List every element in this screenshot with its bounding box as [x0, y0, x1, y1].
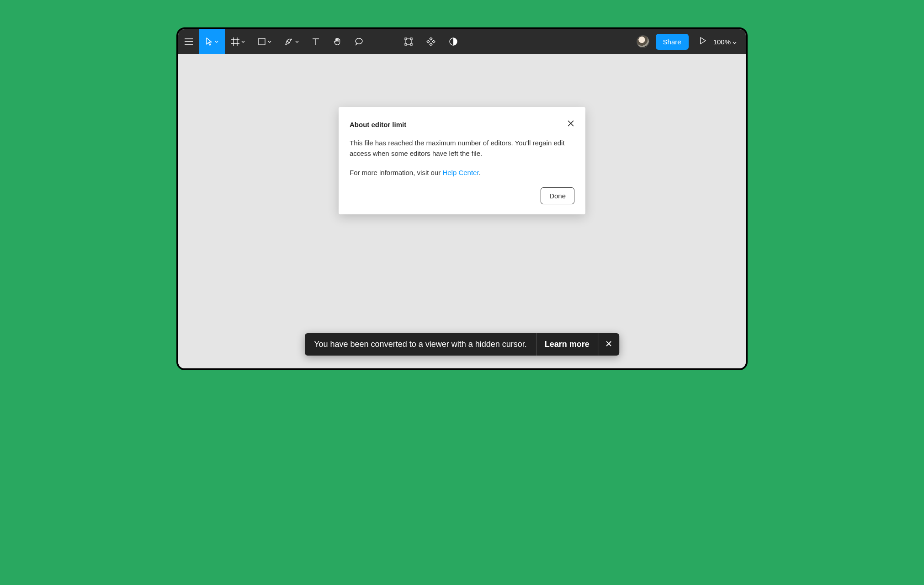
- comment-tool-button[interactable]: [348, 29, 370, 54]
- editor-limit-modal: About editor limit This file has reached…: [339, 107, 585, 214]
- svg-rect-5: [405, 43, 407, 45]
- hamburger-icon: [185, 38, 193, 45]
- chevron-down-icon: [268, 41, 271, 43]
- toast: You have been converted to a viewer with…: [305, 333, 619, 356]
- hand-icon: [333, 37, 342, 46]
- pen-icon: [284, 37, 293, 46]
- modal-more-info-suffix: .: [479, 169, 481, 176]
- modal-more-info-prefix: For more information, visit our: [350, 169, 442, 176]
- edit-object-icon: [404, 37, 413, 46]
- chevron-down-icon: [733, 38, 737, 46]
- text-icon: [312, 37, 320, 46]
- zoom-dropdown[interactable]: 100%: [712, 38, 742, 46]
- svg-rect-4: [410, 38, 412, 40]
- half-circle-icon: [449, 37, 458, 46]
- component-tool-button[interactable]: [420, 29, 442, 54]
- zoom-label: 100%: [713, 38, 731, 46]
- modal-title: About editor limit: [350, 121, 406, 128]
- move-tool-button[interactable]: [199, 29, 225, 54]
- modal-close-button[interactable]: [567, 120, 574, 129]
- svg-rect-0: [259, 38, 265, 45]
- rectangle-icon: [258, 37, 266, 46]
- done-button[interactable]: Done: [541, 187, 574, 204]
- avatar[interactable]: [637, 35, 649, 48]
- app-window: Share 100% About editor limit: [176, 27, 748, 370]
- toast-message: You have been converted to a viewer with…: [305, 333, 536, 356]
- component-icon: [426, 37, 436, 47]
- toolbar: Share 100%: [178, 29, 746, 54]
- menu-button[interactable]: [178, 29, 199, 54]
- comment-icon: [355, 37, 364, 46]
- close-icon: [605, 340, 612, 349]
- svg-rect-3: [405, 38, 407, 40]
- text-tool-button[interactable]: [305, 29, 326, 54]
- edit-object-tool-button[interactable]: [398, 29, 420, 54]
- pen-tool-button[interactable]: [278, 29, 305, 54]
- modal-more-info: For more information, visit our Help Cen…: [350, 168, 574, 178]
- svg-point-1: [291, 39, 292, 40]
- mask-tool-button[interactable]: [442, 29, 464, 54]
- close-icon: [567, 121, 574, 128]
- chevron-down-icon: [241, 41, 245, 43]
- cursor-icon: [206, 37, 213, 46]
- svg-rect-6: [410, 43, 412, 45]
- toast-learn-more-link[interactable]: Learn more: [536, 333, 598, 356]
- frame-tool-button[interactable]: [225, 29, 251, 54]
- present-button[interactable]: [694, 37, 712, 46]
- share-button[interactable]: Share: [656, 34, 689, 50]
- shape-tool-button[interactable]: [251, 29, 278, 54]
- modal-body: This file has reached the maximum number…: [350, 138, 574, 178]
- chevron-down-icon: [295, 41, 299, 43]
- canvas[interactable]: About editor limit This file has reached…: [178, 54, 746, 368]
- frame-icon: [231, 37, 239, 46]
- help-center-link[interactable]: Help Center: [442, 169, 478, 176]
- chevron-down-icon: [215, 41, 218, 43]
- toast-close-button[interactable]: [598, 333, 619, 356]
- modal-body-text: This file has reached the maximum number…: [350, 138, 574, 159]
- hand-tool-button[interactable]: [326, 29, 348, 54]
- play-icon: [700, 37, 706, 46]
